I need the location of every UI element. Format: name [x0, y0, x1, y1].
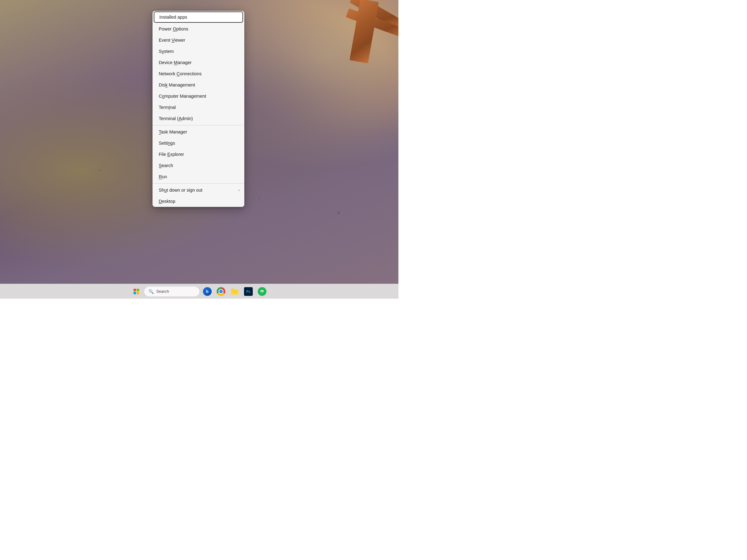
search-icon: 🔍 [149, 289, 154, 294]
menu-item-disk-management[interactable]: Disk Management [153, 79, 244, 90]
menu-item-installed-apps[interactable]: Installed apps [154, 11, 243, 23]
menu-item-label: File Explorer [159, 152, 184, 157]
context-menu: Installed apps Power Options Event Viewe… [153, 11, 244, 207]
taskbar: 🔍 Search b [0, 284, 398, 299]
taskbar-center: 🔍 Search b [130, 285, 268, 298]
spotify-button[interactable] [256, 285, 268, 298]
menu-divider-2 [153, 183, 244, 184]
menu-item-file-explorer[interactable]: File Explorer [153, 149, 244, 160]
menu-item-desktop[interactable]: Desktop [153, 196, 244, 207]
menu-item-label: Desktop [159, 199, 175, 204]
menu-item-network-connections[interactable]: Network Connections [153, 68, 244, 79]
menu-item-terminal-admin[interactable]: Terminal (Admin) [153, 113, 244, 124]
wood-decoration [320, 0, 398, 93]
menu-item-shut-down[interactable]: Shut down or sign out › [153, 185, 244, 196]
chrome-button[interactable] [215, 285, 227, 298]
bixby-icon: b [203, 287, 212, 296]
menu-item-label: Event Viewer [159, 38, 185, 43]
menu-item-computer-management[interactable]: Computer Management [153, 90, 244, 102]
menu-item-label: System [159, 49, 174, 54]
win-logo-red [133, 289, 136, 291]
menu-item-label: Computer Management [159, 94, 206, 99]
menu-item-system[interactable]: System [153, 46, 244, 57]
menu-item-label: Network Connections [159, 71, 202, 76]
menu-item-label: Device Manager [159, 60, 192, 65]
photoshop-icon: Ps [244, 287, 253, 296]
spotify-icon [258, 287, 266, 296]
menu-item-label: Task Manager [159, 129, 187, 134]
menu-item-settings[interactable]: Settings [153, 137, 244, 149]
menu-item-terminal[interactable]: Terminal [153, 102, 244, 113]
wood-beam-3 [350, 0, 379, 63]
submenu-arrow-icon: › [238, 188, 240, 192]
menu-item-search[interactable]: Search [153, 160, 244, 171]
win-logo-yellow [137, 292, 139, 294]
menu-item-run[interactable]: Run [153, 171, 244, 182]
menu-item-label: Run [159, 174, 167, 179]
menu-item-label: Shut down or sign out [159, 188, 202, 193]
menu-item-label: Settings [159, 141, 175, 145]
menu-item-label: Power Options [159, 26, 188, 31]
windows-logo-icon [133, 289, 139, 294]
win-logo-green [137, 289, 139, 291]
menu-item-label: Search [159, 163, 173, 168]
taskbar-search-text: Search [156, 289, 169, 294]
folder-icon [230, 288, 239, 296]
menu-item-event-viewer[interactable]: Event Viewer [153, 34, 244, 46]
menu-item-power-options[interactable]: Power Options [153, 23, 244, 34]
photoshop-button[interactable]: Ps [242, 285, 255, 298]
menu-item-label: Terminal [159, 105, 176, 110]
win-logo-blue [133, 292, 136, 294]
start-button[interactable] [130, 285, 143, 298]
file-explorer-button[interactable] [229, 285, 241, 298]
chrome-icon [216, 287, 225, 296]
desktop: Installed apps Power Options Event Viewe… [0, 0, 398, 299]
menu-item-label: Installed apps [159, 15, 187, 20]
menu-item-label: Disk Management [159, 82, 195, 87]
taskbar-search-bar[interactable]: 🔍 Search [144, 286, 200, 297]
menu-item-device-manager[interactable]: Device Manager [153, 57, 244, 68]
menu-item-label: Terminal (Admin) [159, 116, 193, 121]
svg-rect-0 [233, 292, 236, 292]
bixby-button[interactable]: b [201, 285, 213, 298]
menu-item-task-manager[interactable]: Task Manager [153, 126, 244, 137]
